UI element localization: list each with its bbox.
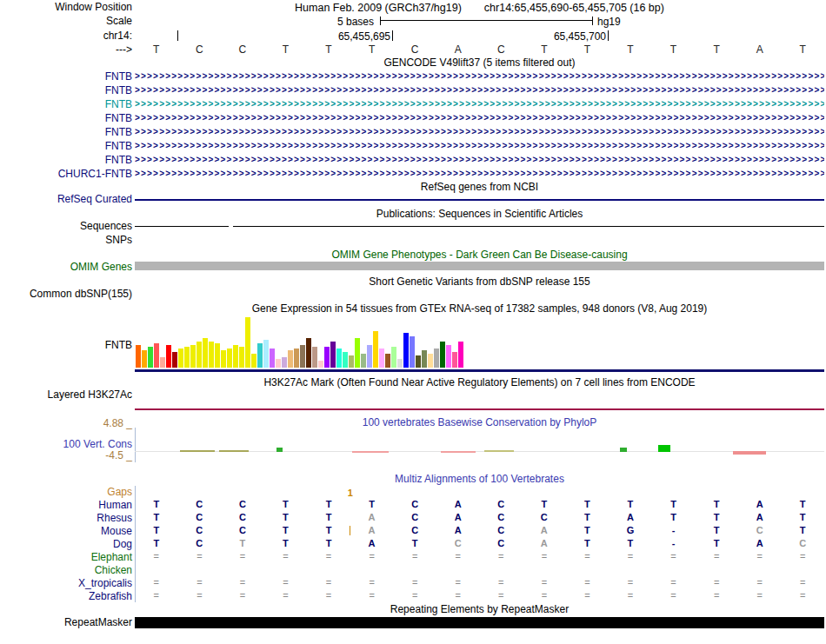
gtex-tissue-bar[interactable] [197,342,202,368]
gene-label[interactable]: FNTB [0,71,132,83]
track-label-refseq-curated[interactable]: RefSeq Curated [0,194,132,205]
gtex-tissue-bar[interactable] [251,354,256,368]
gtex-tissue-bar[interactable] [148,347,153,368]
gene-model-arrows[interactable]: >>>>>>>>>>>>>>>>>>>>>>>>>>>>>>>>>>>>>>>>… [135,97,824,111]
gtex-tissue-bar[interactable] [227,349,232,368]
track-label-snps[interactable]: SNPs [0,235,132,246]
gtex-tissue-bar[interactable] [276,359,281,368]
alignment-row-track[interactable]: TCCTTTCACTTTTTAT [135,498,824,511]
gtex-tissue-bar[interactable] [257,343,263,368]
gtex-tissue-bar[interactable] [270,349,275,368]
gtex-tissue-bar[interactable] [367,345,372,368]
gtex-tissue-bar[interactable] [312,347,317,368]
gtex-tissue-bar[interactable] [349,355,354,368]
gtex-tissue-bar[interactable] [330,342,336,368]
omim-gene-bar[interactable] [135,262,824,270]
sequences-item-line[interactable] [233,226,824,227]
track-label-sequences[interactable]: Sequences [0,221,132,232]
gtex-tissue-bar[interactable] [239,347,244,368]
sequences-item-line[interactable] [135,226,229,227]
gtex-tissue-bar[interactable] [336,349,342,368]
track-label-repeatmasker[interactable]: RepeatMasker [0,617,132,628]
gtex-tissue-bar[interactable] [385,354,390,368]
gtex-tissue-bar[interactable] [190,345,196,368]
gtex-tissue-bar[interactable] [294,349,299,368]
gtex-tissue-bar[interactable] [458,342,463,368]
gtex-tissue-bar[interactable] [416,355,421,368]
gtex-tissue-bar[interactable] [403,333,409,368]
gtex-tissue-bar[interactable] [178,349,183,368]
gtex-tissue-bar[interactable] [306,338,311,368]
alignment-row-track[interactable] [135,563,824,576]
h3k27ac-signal-line[interactable] [135,408,824,410]
gtex-tissue-bar[interactable] [263,340,269,368]
alignment-row-track[interactable]: TCTTTATCCATT-TAC [135,537,824,550]
alignment-row-track[interactable]: TCCTTACACATG-TCT [135,524,824,537]
species-label[interactable]: Mouse [0,525,132,537]
track-label-gtex-fntb[interactable]: FNTB [0,340,132,351]
gtex-tissue-bar[interactable] [452,352,457,368]
gene-model-arrows[interactable]: >>>>>>>>>>>>>>>>>>>>>>>>>>>>>>>>>>>>>>>>… [135,83,824,97]
gene-label[interactable]: FNTB [0,141,132,152]
gtex-gene-model-line[interactable] [135,369,824,372]
gtex-tissue-bar[interactable] [324,347,330,368]
gtex-tissue-bar[interactable] [136,345,141,368]
gtex-tissue-bar[interactable] [379,349,384,368]
gtex-tissue-bar[interactable] [221,350,226,368]
gene-model-arrows[interactable]: >>>>>>>>>>>>>>>>>>>>>>>>>>>>>>>>>>>>>>>>… [135,70,824,83]
gtex-tissue-bar[interactable] [318,361,323,368]
species-label[interactable]: Zebrafish [0,590,132,602]
gtex-tissue-bar[interactable] [440,342,445,368]
gtex-tissue-bar[interactable] [397,359,403,368]
gtex-tissue-bar[interactable] [410,336,415,368]
gene-label[interactable]: FNTB [0,155,132,166]
gtex-tissue-bar[interactable] [245,317,250,368]
gene-label[interactable]: FNTB [0,127,132,138]
gtex-tissue-bar[interactable] [166,345,171,368]
gtex-tissue-bar[interactable] [343,352,348,368]
gtex-tissue-bar[interactable] [422,350,427,368]
species-label[interactable]: Chicken [0,564,132,576]
species-label[interactable]: Rhesus [0,512,132,524]
gtex-tissue-bar[interactable] [300,345,305,368]
gtex-tissue-bar[interactable] [428,354,433,368]
species-label[interactable]: X_tropicalis [0,577,132,589]
refseq-gene-line[interactable] [135,199,824,201]
alignment-row-track[interactable]: ================ [135,589,824,602]
track-label-layered-h3k27ac[interactable]: Layered H3K27Ac [0,389,132,401]
gtex-tissue-bar[interactable] [160,357,165,368]
repeatmasker-element-bar[interactable] [135,617,824,628]
gtex-tissue-bar[interactable] [233,345,238,368]
gtex-tissue-bar[interactable] [142,350,147,368]
gtex-tissue-bar[interactable] [184,347,190,368]
gene-label[interactable]: FNTB [0,113,132,124]
track-label-gaps[interactable]: Gaps [0,487,132,498]
gtex-tissue-bar[interactable] [288,350,293,368]
gene-model-arrows[interactable]: >>>>>>>>>>>>>>>>>>>>>>>>>>>>>>>>>>>>>>>>… [135,167,824,181]
conservation-wiggle-track[interactable] [135,428,824,462]
gene-model-arrows[interactable]: >>>>>>>>>>>>>>>>>>>>>>>>>>>>>>>>>>>>>>>>… [135,139,824,153]
gtex-tissue-bar[interactable] [361,354,366,368]
track-label-common-dbsnp[interactable]: Common dbSNP(155) [0,289,132,300]
gene-label[interactable]: CHURC1-FNTB [0,169,132,180]
gtex-tissue-bar[interactable] [391,347,396,368]
gtex-tissue-bar[interactable] [446,345,451,368]
gtex-tissue-bar[interactable] [209,342,214,368]
gene-model-arrows[interactable]: >>>>>>>>>>>>>>>>>>>>>>>>>>>>>>>>>>>>>>>>… [135,111,824,125]
gtex-tissue-bar[interactable] [355,338,360,368]
gtex-tissue-bar[interactable] [282,357,287,368]
gtex-tissue-bar[interactable] [215,343,220,368]
gene-model-arrows[interactable]: >>>>>>>>>>>>>>>>>>>>>>>>>>>>>>>>>>>>>>>>… [135,125,824,139]
alignment-row-track[interactable]: ================ [135,550,824,563]
gtex-tissue-bar[interactable] [154,343,159,368]
gtex-tissue-bar[interactable] [203,338,208,368]
gtex-tissue-bar[interactable] [434,349,439,368]
gtex-tissue-bar[interactable] [172,352,177,368]
species-label[interactable]: Elephant [0,551,132,563]
track-label-omim-genes[interactable]: OMIM Genes [0,262,132,273]
gene-label[interactable]: FNTB [0,99,132,110]
gene-label[interactable]: FNTB [0,85,132,96]
alignment-row-track[interactable]: TCCTTACACCTATTAT [135,511,824,524]
alignment-row-track[interactable]: ================ [135,576,824,589]
gtex-tissue-bar[interactable] [373,331,378,368]
